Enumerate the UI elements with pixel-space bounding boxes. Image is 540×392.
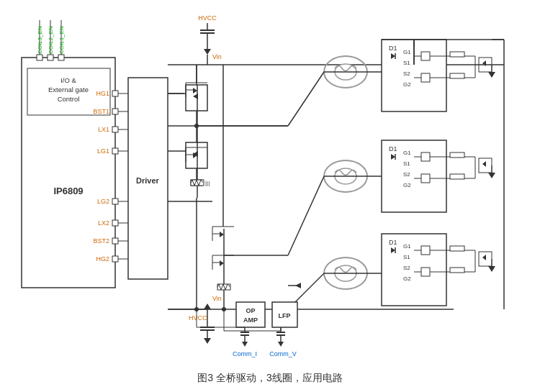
svg-rect-75 xyxy=(421,152,430,161)
lx1-label: LX1 xyxy=(98,126,109,133)
d1-1-label: D1 xyxy=(389,45,397,52)
s2-2-label: S2 xyxy=(403,171,410,178)
s1-2-label: S1 xyxy=(403,160,410,167)
lg1-label: LG1 xyxy=(97,147,109,155)
svg-rect-61 xyxy=(450,52,464,57)
opamp-label: OP xyxy=(246,307,255,314)
caption-text: 图3 全桥驱动，3线圈，应用电路 xyxy=(197,372,342,383)
coil2-en-label: COIL2_EN xyxy=(48,26,54,54)
s2-3-label: S2 xyxy=(403,265,410,271)
s2-1-label: S2 xyxy=(403,70,410,77)
svg-rect-23 xyxy=(112,238,118,244)
circuit-diagram: IP6809 I/O & External gate Control COIL3… xyxy=(0,0,540,392)
svg-rect-79 xyxy=(450,174,464,179)
bst2-label: BST2 xyxy=(93,237,109,245)
coil3-en-label: COIL3_EN xyxy=(37,26,43,54)
g2-3-label: G2 xyxy=(403,275,411,282)
hg2-label: HG2 xyxy=(96,255,109,263)
hvcc-top-label: HVCC xyxy=(198,14,217,22)
io-label3: Control xyxy=(58,95,80,103)
s1-3-label: S1 xyxy=(403,254,410,260)
svg-rect-7 xyxy=(48,55,53,60)
resistor-label1: ||| xyxy=(205,180,210,186)
chip-label: IP6809 xyxy=(53,186,83,196)
comm-i-label: Comm_I xyxy=(233,350,257,357)
svg-rect-8 xyxy=(58,55,64,60)
lx2-label: LX2 xyxy=(98,219,109,227)
g1-3-label: G1 xyxy=(403,243,411,250)
s1-1-label: S1 xyxy=(403,60,410,66)
io-label2: External gate xyxy=(48,86,89,94)
d1-2-label: D1 xyxy=(389,145,397,152)
diagram-caption: 图3 全桥驱动，3线圈，应用电路 xyxy=(0,372,540,385)
svg-rect-92 xyxy=(421,246,430,255)
g1-1-label: G1 xyxy=(403,49,411,55)
svg-rect-6 xyxy=(37,55,42,60)
svg-rect-95 xyxy=(450,246,464,251)
svg-rect-77 xyxy=(421,174,430,183)
d1-3-label: D1 xyxy=(389,239,397,246)
g2-2-label: G2 xyxy=(403,182,411,188)
svg-rect-78 xyxy=(450,152,464,158)
svg-rect-96 xyxy=(450,268,464,273)
lg2-label: LG2 xyxy=(97,198,109,205)
svg-rect-17 xyxy=(112,148,118,154)
svg-rect-60 xyxy=(421,73,430,82)
io-label: I/O & xyxy=(60,76,76,84)
driver-label: Driver xyxy=(136,176,160,185)
bst1-label: BST1 xyxy=(93,108,109,115)
svg-rect-62 xyxy=(450,73,464,78)
hg1-label: HG1 xyxy=(96,90,109,97)
lfp-label: LFP xyxy=(279,312,291,319)
g1-2-label: G1 xyxy=(403,150,411,156)
svg-rect-15 xyxy=(112,127,118,132)
comm-v-label: Comm_V xyxy=(269,350,297,357)
opamp-label2: AMP xyxy=(243,316,258,324)
svg-rect-58 xyxy=(421,52,430,60)
svg-rect-19 xyxy=(112,199,118,204)
hvcc-bottom-label: HVCC xyxy=(189,314,207,322)
svg-rect-25 xyxy=(112,256,118,262)
vin-top-label: Vin xyxy=(212,53,222,60)
coil1-en-label: COIL1_EN xyxy=(58,26,65,54)
vin-bottom-label: Vin xyxy=(212,295,222,302)
svg-rect-94 xyxy=(421,268,430,276)
svg-rect-21 xyxy=(112,220,118,226)
svg-rect-11 xyxy=(112,91,118,96)
g2-1-label: G2 xyxy=(403,81,411,88)
svg-rect-13 xyxy=(112,109,118,114)
